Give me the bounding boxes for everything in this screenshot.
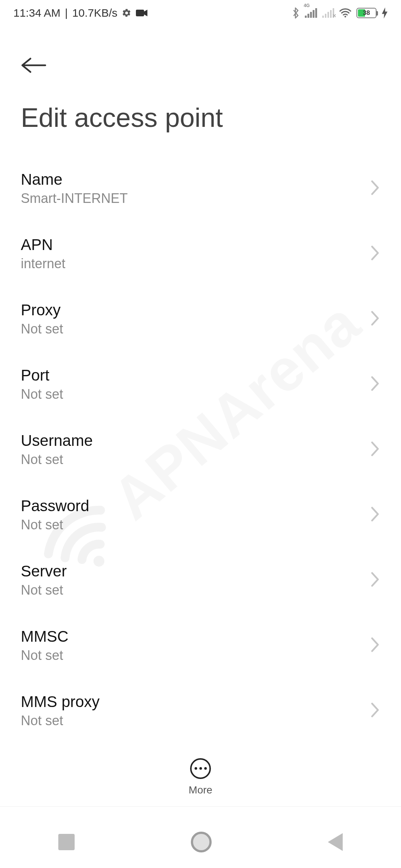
chevron-right-icon [370,702,380,720]
setting-row-username[interactable]: UsernameNot set [0,417,401,482]
signal-sim2-icon: ✕ [322,8,335,18]
system-navigation-bar [0,816,401,868]
setting-label: Password [21,497,89,515]
more-tray: More [0,747,401,807]
wifi-icon [339,8,351,18]
setting-value: internet [21,256,65,272]
nav-home-button[interactable] [191,832,212,852]
more-label: More [189,784,212,796]
status-network-speed: 10.7KB/s [72,7,118,19]
more-button[interactable] [190,758,211,779]
setting-value: Not set [21,713,100,729]
setting-row-mmsc[interactable]: MMSCNot set [0,613,401,678]
chevron-right-icon [370,245,380,263]
page-title: Edit access point [21,102,223,133]
svg-rect-1 [136,10,144,16]
battery-percent: 38 [357,9,376,17]
setting-row-proxy[interactable]: ProxyNot set [0,286,401,352]
setting-value: Not set [21,321,63,337]
setting-row-password[interactable]: PasswordNot set [0,482,401,548]
more-dots-icon [195,767,207,770]
setting-value: Not set [21,517,89,533]
chevron-right-icon [370,637,380,654]
camera-icon [136,9,148,17]
status-bar: 11:34 AM | 10.7KB/s 4G ✕ 38 [0,0,401,26]
bluetooth-icon [292,7,300,19]
setting-label: Server [21,562,67,580]
setting-label: MMSC [21,628,68,645]
status-separator: | [65,7,68,19]
nav-back-button[interactable] [328,833,343,851]
status-time: 11:34 AM [13,7,61,19]
setting-label: Proxy [21,301,63,319]
battery-icon: 38 [356,8,376,18]
setting-row-port[interactable]: PortNot set [0,352,401,417]
setting-value: Not set [21,387,63,402]
signal-sim1-icon: 4G [305,8,317,18]
chevron-right-icon [370,180,380,197]
setting-value: Not set [21,648,68,663]
setting-row-apn[interactable]: APNinternet [0,221,401,286]
setting-value: Not set [21,452,93,467]
back-button[interactable] [19,70,48,76]
setting-row-server[interactable]: ServerNot set [0,548,401,613]
chevron-right-icon [370,310,380,328]
gear-icon [122,8,131,18]
chevron-right-icon [370,441,380,458]
setting-label: MMS proxy [21,693,100,711]
setting-value: Smart-INTERNET [21,191,128,206]
chevron-right-icon [370,375,380,393]
setting-label: Name [21,171,128,188]
setting-row-mms-proxy[interactable]: MMS proxyNot set [0,678,401,743]
setting-label: Port [21,366,63,384]
charging-icon [382,7,388,19]
setting-value: Not set [21,582,67,598]
svg-point-2 [345,16,346,17]
setting-row-name[interactable]: NameSmart-INTERNET [0,156,401,221]
nav-recent-button[interactable] [58,834,75,850]
setting-label: Username [21,432,93,450]
chevron-right-icon [370,571,380,589]
setting-label: APN [21,236,65,254]
chevron-right-icon [370,506,380,524]
